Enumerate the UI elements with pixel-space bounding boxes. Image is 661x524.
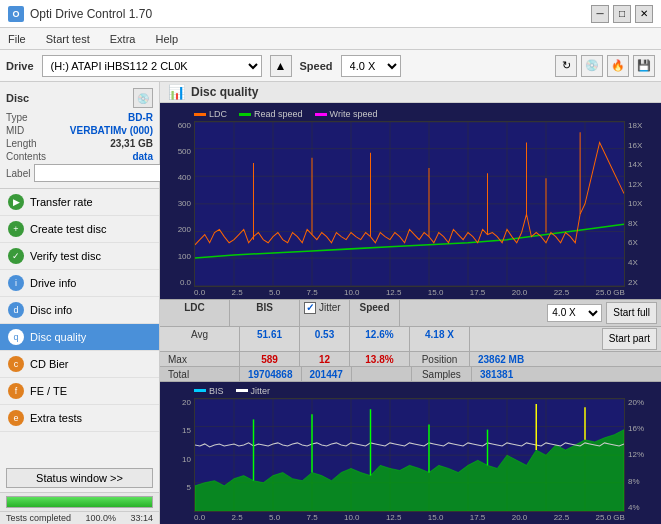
x-150: 15.0: [428, 288, 444, 297]
top-chart-body: 600 500 400 300 200 100 0.0: [164, 121, 653, 287]
extra-tests-label: Extra tests: [30, 412, 82, 424]
sidebar-item-disc-quality[interactable]: q Disc quality: [0, 324, 159, 351]
save-icon-btn[interactable]: 💾: [633, 55, 655, 77]
bottom-chart-svg: [195, 399, 624, 511]
extra-tests-icon: e: [8, 410, 24, 426]
speed-control-col: 4.0 X Start full: [400, 300, 661, 326]
menu-file[interactable]: File: [4, 32, 30, 46]
verify-test-disc-label: Verify test disc: [30, 250, 101, 262]
speed-select[interactable]: 4.0 X: [341, 55, 401, 77]
avg-bis-val: 0.53: [315, 329, 334, 340]
position-val-cell: 23862 MB: [470, 352, 661, 366]
legend-read: Read speed: [239, 109, 303, 119]
maximize-button[interactable]: □: [613, 5, 631, 23]
read-label: Read speed: [254, 109, 303, 119]
y-right-6x: 6X: [628, 238, 638, 247]
y-label-300: 300: [178, 199, 191, 208]
total-ldc-val: 19704868: [248, 369, 293, 380]
disc-info-icon: d: [8, 302, 24, 318]
y-label-600: 600: [178, 121, 191, 130]
sidebar-item-extra-tests[interactable]: e Extra tests: [0, 405, 159, 432]
samples-label: Samples: [422, 369, 461, 380]
avg-ldc-val: 51.61: [257, 329, 282, 340]
window-controls: ─ □ ✕: [591, 5, 653, 23]
total-jitter-cell: [352, 367, 412, 381]
app-title: Opti Drive Control 1.70: [30, 7, 152, 21]
avg-speed-cell: 4.18 X: [410, 327, 470, 351]
y2-label-5: 5: [187, 483, 191, 492]
menu-help[interactable]: Help: [151, 32, 182, 46]
drive-info-icon: i: [8, 275, 24, 291]
progress-time: 33:14: [130, 513, 153, 523]
bis-stats-col: BIS: [230, 300, 300, 326]
jitter-dot: [236, 389, 248, 392]
y2-right-4pct: 4%: [628, 503, 640, 512]
y2-right-20pct: 20%: [628, 398, 644, 407]
y-right-16x: 16X: [628, 141, 642, 150]
start-full-button[interactable]: Start full: [606, 302, 657, 324]
sidebar-item-create-test-disc[interactable]: + Create test disc: [0, 216, 159, 243]
progress-pct: 100.0%: [85, 513, 116, 523]
sidebar-item-verify-test-disc[interactable]: ✓ Verify test disc: [0, 243, 159, 270]
sidebar-item-fe-te[interactable]: f FE / TE: [0, 378, 159, 405]
top-chart-legend: LDC Read speed Write speed: [164, 107, 653, 121]
bottom-y-axis-right: 20% 16% 12% 8% 4%: [625, 398, 653, 512]
refresh-icon-btn[interactable]: ↻: [555, 55, 577, 77]
burn-icon-btn[interactable]: 🔥: [607, 55, 629, 77]
menu-extra[interactable]: Extra: [106, 32, 140, 46]
y2-label-20: 20: [182, 398, 191, 407]
contents-key: Contents: [6, 151, 46, 162]
max-label: Max: [168, 354, 187, 365]
menubar: File Start test Extra Help: [0, 28, 661, 50]
disc-panel-header: Disc 💿: [6, 88, 153, 108]
disc-quality-label: Disc quality: [30, 331, 86, 343]
avg-speed-val: 4.18 X: [425, 329, 454, 340]
max-bis-val: 12: [319, 354, 330, 365]
eject-button[interactable]: ▲: [270, 55, 292, 77]
main-content: Disc 💿 Type BD-R MID VERBATIMv (000) Len…: [0, 82, 661, 524]
sidebar-item-transfer-rate[interactable]: ▶ Transfer rate: [0, 189, 159, 216]
top-chart-svg: [195, 122, 624, 286]
samples-label-cell: Samples: [412, 367, 472, 381]
stats-data-row: Avg 51.61 0.53 12.6% 4.18 X Start part: [160, 327, 661, 352]
bottom-chart-plot: [194, 398, 625, 512]
ldc-label: LDC: [209, 109, 227, 119]
jitter-checkbox[interactable]: ✓: [304, 302, 316, 314]
bx-250: 25.0 GB: [596, 513, 625, 522]
titlebar-left: O Opti Drive Control 1.70: [8, 6, 152, 22]
y-label-500: 500: [178, 147, 191, 156]
sidebar-item-disc-info[interactable]: d Disc info: [0, 297, 159, 324]
jitter-checkbox-row: ✓ Jitter: [304, 302, 345, 314]
close-button[interactable]: ✕: [635, 5, 653, 23]
total-bis-cell: 201447: [302, 367, 352, 381]
max-row-header: Max: [160, 352, 240, 366]
start-part-button[interactable]: Start part: [602, 328, 657, 350]
status-window-button[interactable]: Status window >>: [6, 468, 153, 488]
drivebar: Drive (H:) ATAPI iHBS112 2 CL0K ▲ Speed …: [0, 50, 661, 82]
disc-mid-row: MID VERBATIMv (000): [6, 125, 153, 136]
cd-bier-icon: c: [8, 356, 24, 372]
sidebar-item-drive-info[interactable]: i Drive info: [0, 270, 159, 297]
total-ldc-cell: 19704868: [240, 367, 302, 381]
y-right-14x: 14X: [628, 160, 642, 169]
chart-speed-select[interactable]: 4.0 X: [547, 304, 602, 322]
x-175: 17.5: [470, 288, 486, 297]
menu-start-test[interactable]: Start test: [42, 32, 94, 46]
minimize-button[interactable]: ─: [591, 5, 609, 23]
toolbar-icons: ↻ 💿 🔥 💾: [555, 55, 655, 77]
write-label: Write speed: [330, 109, 378, 119]
disc-quality-icon: q: [8, 329, 24, 345]
y-right-10x: 10X: [628, 199, 642, 208]
sidebar-item-cd-bier[interactable]: c CD Bier: [0, 351, 159, 378]
avg-bis-cell: 0.53: [300, 327, 350, 351]
label-input[interactable]: [34, 164, 169, 182]
top-y-axis-right: 18X 16X 14X 12X 10X 8X 6X 4X 2X: [625, 121, 653, 287]
disc-icon-btn[interactable]: 💿: [581, 55, 603, 77]
sidebar: Disc 💿 Type BD-R MID VERBATIMv (000) Len…: [0, 82, 160, 524]
disc-contents-row: Contents data: [6, 151, 153, 162]
position-label-cell: Position: [410, 352, 470, 366]
start-part-col: Start part: [470, 327, 661, 351]
bx-0: 0.0: [194, 513, 205, 522]
max-jitter-val: 13.8%: [365, 354, 393, 365]
drive-select[interactable]: (H:) ATAPI iHBS112 2 CL0K: [42, 55, 262, 77]
